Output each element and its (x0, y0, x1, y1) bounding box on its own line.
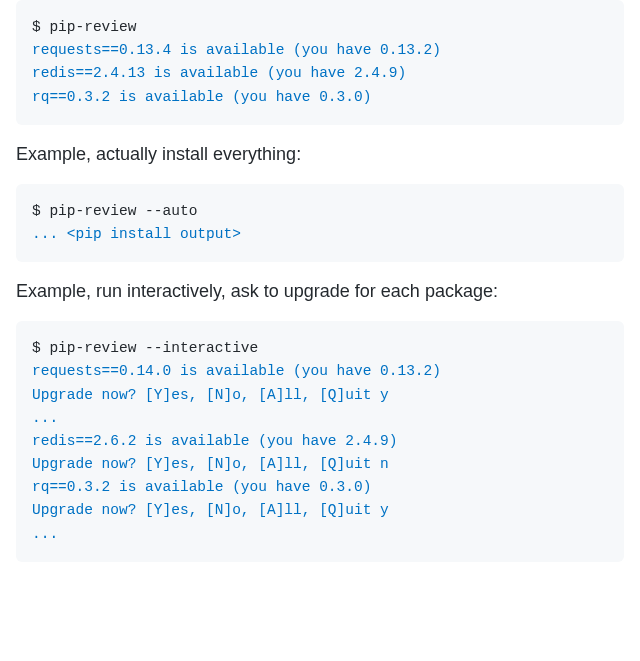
shell-command: pip-review (49, 19, 136, 35)
code-output-line: Upgrade now? [Y]es, [N]o, [A]ll, [Q]uit … (32, 384, 608, 407)
code-output-line: requests==0.13.4 is available (you have … (32, 39, 608, 62)
shell-command: pip-review --interactive (49, 340, 258, 356)
shell-command: pip-review --auto (49, 203, 197, 219)
code-block-1: $ pip-review requests==0.13.4 is availab… (16, 0, 624, 125)
code-line: $ pip-review --interactive (32, 337, 608, 360)
code-output-line: requests==0.14.0 is available (you have … (32, 360, 608, 383)
code-line: $ pip-review --auto (32, 200, 608, 223)
code-block-3: $ pip-review --interactive requests==0.1… (16, 321, 624, 562)
code-output-line: rq==0.3.2 is available (you have 0.3.0) (32, 476, 608, 499)
code-output-line: ... (32, 407, 608, 430)
code-block-2: $ pip-review --auto ... <pip install out… (16, 184, 624, 262)
shell-prompt: $ (32, 203, 49, 219)
code-output-line: ... <pip install output> (32, 223, 608, 246)
code-output-line: redis==2.6.2 is available (you have 2.4.… (32, 430, 608, 453)
code-line: $ pip-review (32, 16, 608, 39)
code-output-line: Upgrade now? [Y]es, [N]o, [A]ll, [Q]uit … (32, 453, 608, 476)
shell-prompt: $ (32, 19, 49, 35)
code-output-line: rq==0.3.2 is available (you have 0.3.0) (32, 86, 608, 109)
code-output-line: redis==2.4.13 is available (you have 2.4… (32, 62, 608, 85)
prose-example-auto: Example, actually install everything: (16, 141, 624, 168)
code-output-line: ... (32, 523, 608, 546)
prose-example-interactive: Example, run interactively, ask to upgra… (16, 278, 624, 305)
code-output-line: Upgrade now? [Y]es, [N]o, [A]ll, [Q]uit … (32, 499, 608, 522)
shell-prompt: $ (32, 340, 49, 356)
